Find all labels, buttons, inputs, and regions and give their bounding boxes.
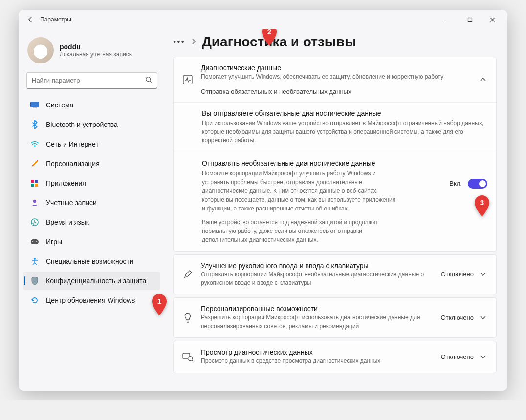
accounts-icon xyxy=(30,198,39,207)
main-content: 2 ••• Диагностика и отзывы Диагностическ… xyxy=(165,29,507,391)
svg-point-2 xyxy=(146,77,151,82)
nav-label: Время и язык xyxy=(46,218,89,226)
svg-rect-10 xyxy=(35,184,38,187)
row-desc: Отправлять корпорации Майкрософт необяза… xyxy=(201,271,433,288)
nav-label: Система xyxy=(46,101,73,109)
close-button[interactable] xyxy=(481,10,504,29)
diagnostic-data-card: Диагностические данные Помогает улучшить… xyxy=(173,57,497,252)
diagnostic-data-header[interactable]: Диагностические данные Помогает улучшить… xyxy=(174,57,496,102)
svg-line-23 xyxy=(192,360,193,361)
status-text: Отключено xyxy=(441,353,474,360)
sidebar-item-privacy[interactable]: Конфиденциальность и защита xyxy=(23,272,160,290)
maximize-button[interactable] xyxy=(459,10,481,29)
chevron-down-icon[interactable] xyxy=(480,314,487,322)
nav-label: Учетные записи xyxy=(46,199,97,207)
profile-name: poddu xyxy=(60,43,132,51)
minimize-button[interactable] xyxy=(436,10,459,29)
svg-point-6 xyxy=(34,146,35,147)
nav: Система Bluetooth и устройства Сеть и Ин… xyxy=(23,96,160,310)
svg-point-16 xyxy=(36,241,37,242)
nav-label: Сеть и Интернет xyxy=(46,140,99,148)
accessibility-icon xyxy=(30,257,39,266)
avatar xyxy=(27,37,54,63)
sidebar-item-apps[interactable]: Приложения xyxy=(23,174,160,192)
row-desc-secondary: Ваше устройство останется под надежной з… xyxy=(202,218,397,244)
nav-label: Игры xyxy=(46,238,62,246)
nav-label: Bluetooth и устройства xyxy=(46,121,118,128)
toggle-state-label: Вкл. xyxy=(449,180,462,187)
chevron-right-icon xyxy=(191,38,196,46)
update-icon xyxy=(30,296,39,305)
svg-rect-1 xyxy=(468,18,472,21)
svg-rect-4 xyxy=(31,102,39,107)
titlebar: Параметры xyxy=(19,10,507,29)
row-title: Улучшение рукописного ввода и ввода с кл… xyxy=(201,262,433,270)
clock-icon xyxy=(30,218,39,227)
tailored-card[interactable]: Персонализированные возможности Разрешит… xyxy=(173,297,497,338)
shield-icon xyxy=(30,276,39,285)
brush-icon xyxy=(30,159,39,168)
profile-block[interactable]: poddu Локальная учетная запись xyxy=(23,32,160,72)
profile-subtitle: Локальная учетная запись xyxy=(60,51,132,58)
required-data-block: Вы отправляете обязательные диагностичес… xyxy=(174,102,496,151)
row-desc: Просмотр данных в средстве просмотра диа… xyxy=(201,357,433,365)
bluetooth-icon xyxy=(30,120,39,129)
sidebar-item-accessibility[interactable]: Специальные возможности xyxy=(23,252,160,271)
nav-label: Приложения xyxy=(46,179,86,187)
optional-data-row: Отправлять необязательные диагностически… xyxy=(174,152,496,251)
sidebar-item-network[interactable]: Сеть и Интернет xyxy=(23,135,160,153)
lightbulb-icon xyxy=(182,313,193,323)
sidebar-item-accounts[interactable]: Учетные записи xyxy=(23,193,160,212)
window-controls xyxy=(436,10,504,29)
annotation-pin-3: 3 xyxy=(475,195,489,217)
breadcrumb: ••• Диагностика и отзывы xyxy=(173,34,497,50)
sidebar-item-gaming[interactable]: Игры xyxy=(23,232,160,251)
row-desc: Помогите корпорации Майкрософт улучшить … xyxy=(202,169,397,213)
status-text: Отключено xyxy=(441,314,474,321)
nav-label: Персонализация xyxy=(46,160,100,168)
nav-label: Конфиденциальность и защита xyxy=(46,277,146,285)
svg-point-15 xyxy=(32,241,33,242)
row-desc: При использовании Windows ваше устройств… xyxy=(202,119,487,145)
svg-rect-8 xyxy=(35,180,38,183)
inking-card[interactable]: Улучшение рукописного ввода и ввода с кл… xyxy=(173,254,497,295)
chevron-down-icon[interactable] xyxy=(480,353,487,361)
row-title: Персонализированные возможности xyxy=(201,305,433,313)
chevron-down-icon[interactable] xyxy=(480,270,487,279)
status-text: Отключено xyxy=(441,271,474,278)
toggle-control: Вкл. xyxy=(449,159,487,189)
nav-label: Специальные возможности xyxy=(46,257,133,265)
row-title: Просмотр диагностических данных xyxy=(201,348,433,356)
heartbeat-icon xyxy=(182,74,193,85)
search-icon xyxy=(145,76,152,84)
sidebar-item-time-language[interactable]: Время и язык xyxy=(23,213,160,231)
sidebar: poddu Локальная учетная запись Система xyxy=(19,29,165,391)
view-diagnostic-card[interactable]: Просмотр диагностических данных Просмотр… xyxy=(173,341,497,373)
svg-point-11 xyxy=(33,200,36,203)
pen-icon xyxy=(182,269,193,280)
sidebar-item-system[interactable]: Система xyxy=(23,96,160,114)
breadcrumb-overflow[interactable]: ••• xyxy=(173,37,185,47)
chevron-up-icon[interactable] xyxy=(480,75,487,84)
body-area: poddu Локальная учетная запись Система xyxy=(19,29,507,391)
sidebar-item-update[interactable]: Центр обновления Windows xyxy=(23,291,160,310)
svg-point-13 xyxy=(32,223,34,225)
optional-data-toggle[interactable] xyxy=(468,179,487,189)
sidebar-item-personalization[interactable]: Персонализация xyxy=(23,154,160,173)
svg-rect-5 xyxy=(33,108,37,109)
row-title: Отправлять необязательные диагностически… xyxy=(202,159,388,167)
search-box[interactable] xyxy=(26,72,157,89)
apps-icon xyxy=(30,179,39,188)
nav-label: Центр обновления Windows xyxy=(46,296,135,304)
sidebar-item-bluetooth[interactable]: Bluetooth и устройства xyxy=(23,115,160,134)
app-title: Параметры xyxy=(38,16,71,23)
row-desc: Разрешить корпорации Майкрософт использо… xyxy=(201,314,433,331)
svg-line-3 xyxy=(150,81,152,83)
svg-rect-7 xyxy=(31,180,34,183)
back-button[interactable] xyxy=(22,12,38,27)
games-icon xyxy=(30,237,39,246)
search-input[interactable] xyxy=(32,77,145,84)
row-title: Диагностические данные xyxy=(201,64,472,72)
page-title: Диагностика и отзывы xyxy=(202,34,356,50)
svg-point-17 xyxy=(34,258,36,260)
